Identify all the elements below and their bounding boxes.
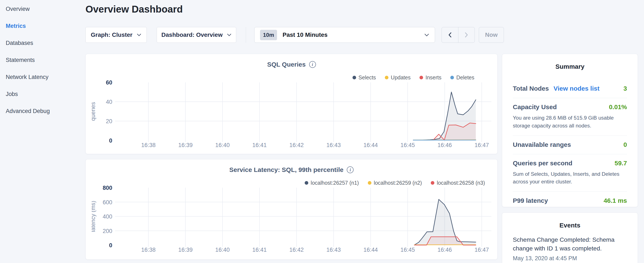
service-latency-panel: Service Latency: SQL, 99th percentile i … <box>86 159 498 259</box>
time-range-arrows <box>442 27 475 43</box>
svg-text:16:38: 16:38 <box>141 142 156 148</box>
service-latency-chart[interactable]: 16:3816:3916:4016:4116:4216:4316:4416:45… <box>92 185 491 256</box>
summary-row: Capacity Used0.01%You are using 28.6 MiB… <box>513 98 627 136</box>
svg-text:16:44: 16:44 <box>363 142 378 148</box>
summary-row-value: 46.1 ms <box>604 197 627 204</box>
service-latency-legend: localhost:26257 (n1)localhost:26259 (n2)… <box>305 180 485 186</box>
summary-row-label: Unavailable ranges <box>513 141 571 148</box>
legend-item: Inserts <box>420 75 442 81</box>
svg-text:16:46: 16:46 <box>438 247 452 253</box>
sidebar-item-databases[interactable]: Databases <box>0 35 85 52</box>
chevron-down-icon <box>424 34 429 37</box>
toolbar-divider <box>246 27 246 43</box>
legend-dot-icon <box>385 76 388 79</box>
legend-dot-icon <box>352 76 356 79</box>
info-icon[interactable]: i <box>347 166 354 173</box>
svg-text:16:41: 16:41 <box>252 142 267 148</box>
legend-label: Inserts <box>426 75 442 81</box>
service-latency-chart-title: Service Latency: SQL, 99th percentile <box>230 166 344 173</box>
summary-row-label: Capacity Used <box>513 103 557 111</box>
legend-label: Selects <box>358 75 376 81</box>
svg-text:200: 200 <box>103 228 112 234</box>
events-panel: Events Schema Change Completed: Schema c… <box>502 212 638 263</box>
view-nodes-list-link[interactable]: View nodes list <box>554 85 599 92</box>
legend-item: Deletes <box>450 75 474 81</box>
summary-title: Summary <box>502 54 638 70</box>
legend-item: Updates <box>385 75 410 81</box>
svg-text:16:42: 16:42 <box>289 142 304 148</box>
svg-text:16:45: 16:45 <box>400 142 415 148</box>
now-button[interactable]: Now <box>479 27 504 43</box>
graph-dropdown[interactable]: Graph: Cluster <box>86 27 147 43</box>
sql-queries-chart[interactable]: 16:3816:3916:4016:4116:4216:4316:4416:45… <box>92 80 491 150</box>
sidebar-item-network-latency[interactable]: Network Latency <box>0 69 85 86</box>
svg-text:16:39: 16:39 <box>178 247 193 253</box>
legend-label: localhost:26257 (n1) <box>311 180 359 186</box>
sidebar-nav: OverviewMetricsDatabasesStatementsNetwor… <box>0 1 85 120</box>
summary-panel: Summary Total NodesView nodes list3Capac… <box>502 54 638 207</box>
dashboard-dropdown-label: Dashboard: Overview <box>161 32 222 38</box>
info-icon[interactable]: i <box>309 61 316 68</box>
events-list: Schema Change Completed: Schema change w… <box>502 235 638 262</box>
legend-dot-icon <box>450 76 454 79</box>
event-item: Schema Change Completed: Schema change w… <box>513 235 627 262</box>
summary-row: Queries per second59.7Sum of Selects, Up… <box>513 154 627 192</box>
summary-row: Total NodesView nodes list3 <box>513 80 627 98</box>
legend-item: localhost:26259 (n2) <box>368 180 422 186</box>
sidebar-item-advanced-debug[interactable]: Advanced Debug <box>0 103 85 120</box>
legend-label: Deletes <box>456 75 474 81</box>
sql-queries-panel: SQL Queries i SelectsUpdatesInsertsDelet… <box>86 54 498 154</box>
svg-text:16:41: 16:41 <box>252 247 267 253</box>
legend-item: Selects <box>352 75 376 81</box>
summary-row-subtext: Sum of Selects, Updates, Inserts, and De… <box>513 170 627 186</box>
svg-text:16:40: 16:40 <box>216 142 230 148</box>
prev-range-button[interactable] <box>442 27 458 43</box>
svg-text:16:40: 16:40 <box>216 247 230 253</box>
svg-text:60: 60 <box>106 80 112 86</box>
summary-row-subtext: You are using 28.6 MiB of 515.9 GiB usab… <box>513 114 627 130</box>
dashboard-dropdown[interactable]: Dashboard: Overview <box>157 27 236 43</box>
legend-label: localhost:26259 (n2) <box>374 180 422 186</box>
svg-text:800: 800 <box>103 185 112 191</box>
legend-label: localhost:26258 (n3) <box>437 180 485 186</box>
time-range-selector[interactable]: 10m Past 10 Minutes <box>254 27 435 43</box>
svg-text:16:46: 16:46 <box>438 142 452 148</box>
summary-row-label: P99 latency <box>513 197 548 204</box>
svg-text:16:43: 16:43 <box>326 142 341 148</box>
legend-dot-icon <box>420 76 423 79</box>
svg-text:0: 0 <box>109 137 112 144</box>
svg-text:600: 600 <box>103 199 112 205</box>
page-title: Overview Dashboard <box>86 4 183 15</box>
svg-text:0: 0 <box>109 242 112 248</box>
event-text: Schema Change Completed: Schema change w… <box>513 235 615 253</box>
summary-row-label: Queries per second <box>513 160 572 167</box>
summary-rows: Total NodesView nodes list3Capacity Used… <box>513 80 627 210</box>
time-range-badge: 10m <box>260 30 277 40</box>
sidebar-item-jobs[interactable]: Jobs <box>0 86 85 103</box>
next-range-button[interactable] <box>458 27 475 43</box>
chevron-right-icon <box>465 32 468 38</box>
legend-item: localhost:26258 (n3) <box>431 180 485 186</box>
summary-row-value: 59.7 <box>615 160 627 167</box>
sidebar-item-metrics[interactable]: Metrics <box>0 18 85 35</box>
sql-queries-chart-title: SQL Queries <box>267 61 306 68</box>
svg-text:20: 20 <box>106 118 112 124</box>
svg-text:40: 40 <box>106 99 112 105</box>
svg-text:16:43: 16:43 <box>326 247 341 253</box>
svg-text:latency (ms): latency (ms) <box>92 201 96 232</box>
graph-dropdown-label: Graph: Cluster <box>91 32 132 38</box>
legend-dot-icon <box>368 181 372 185</box>
svg-text:queries: queries <box>92 102 96 121</box>
legend-label: Updates <box>391 75 410 81</box>
sidebar-item-statements[interactable]: Statements <box>0 52 85 69</box>
svg-text:400: 400 <box>103 213 112 220</box>
svg-text:16:39: 16:39 <box>178 142 193 148</box>
chevron-down-icon <box>227 34 232 36</box>
time-range-label: Past 10 Minutes <box>282 32 424 38</box>
summary-row: P99 latency46.1 ms <box>513 191 627 210</box>
sidebar-item-overview[interactable]: Overview <box>0 1 85 18</box>
svg-text:16:47: 16:47 <box>474 247 489 253</box>
chevron-left-icon <box>448 32 452 38</box>
legend-dot-icon <box>431 181 434 185</box>
sql-queries-legend: SelectsUpdatesInsertsDeletes <box>352 75 474 81</box>
